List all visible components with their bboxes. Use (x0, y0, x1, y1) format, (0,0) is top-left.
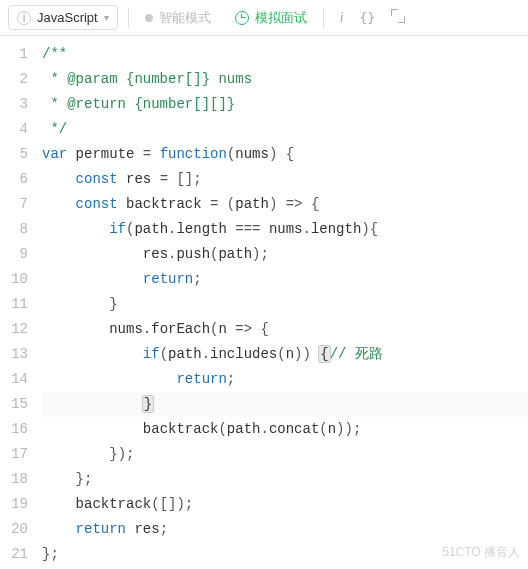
token-punc: ; (50, 546, 58, 562)
line-number: 9 (0, 242, 28, 267)
token-punc: ) (118, 446, 126, 462)
code-line[interactable]: * @return {number[][]} (42, 92, 528, 117)
token-kw: return (76, 521, 126, 537)
editor-toolbar: i JavaScript ▾ 智能模式 模拟面试 i {} (0, 0, 528, 36)
token-plain: path (218, 246, 252, 262)
token-punc: . (260, 421, 268, 437)
braces-button[interactable]: {} (354, 6, 382, 29)
token-punc: ) (336, 421, 344, 437)
line-number: 2 (0, 67, 28, 92)
code-line[interactable]: */ (42, 117, 528, 142)
language-label: JavaScript (37, 10, 98, 25)
token-plain: nums (260, 221, 302, 237)
token-punc: ; (193, 271, 201, 287)
token-plain (218, 196, 226, 212)
line-number: 17 (0, 442, 28, 467)
divider (128, 8, 129, 28)
token-punc: ; (227, 371, 235, 387)
code-line[interactable]: }); (42, 442, 528, 467)
code-content[interactable]: /** * @param {number[]} nums * @return {… (42, 42, 528, 567)
code-line[interactable]: if(path.includes(n)) {// 死路 (42, 342, 528, 367)
token-punc: ( (151, 496, 159, 512)
token-punc: ) (361, 221, 369, 237)
code-line[interactable]: nums.forEach(n => { (42, 317, 528, 342)
code-line[interactable]: backtrack(path.concat(n)); (42, 417, 528, 442)
token-punc: ] (185, 171, 193, 187)
watermark: 51CTO 播音人 (442, 544, 520, 561)
token-punc: ; (160, 521, 168, 537)
token-punc: ; (260, 246, 268, 262)
code-line[interactable]: } (42, 392, 528, 417)
token-kw: var (42, 146, 67, 162)
token-punc: { (260, 321, 268, 337)
token-kw: if (109, 221, 126, 237)
code-line[interactable]: * @param {number[]} nums (42, 67, 528, 92)
line-number: 8 (0, 217, 28, 242)
mock-interview-button[interactable]: 模拟面试 (229, 5, 313, 31)
token-plain: permute (67, 146, 143, 162)
chevron-down-icon: ▾ (104, 12, 109, 23)
code-line[interactable]: const res = []; (42, 167, 528, 192)
expand-button[interactable] (385, 5, 411, 31)
token-punc: . (143, 321, 151, 337)
dot-icon (145, 14, 153, 22)
code-line[interactable]: /** (42, 42, 528, 67)
token-comment: */ (42, 121, 67, 137)
token-punc: . (202, 346, 210, 362)
code-line[interactable]: backtrack([]); (42, 492, 528, 517)
token-plain: length (311, 221, 361, 237)
line-number: 1 (0, 42, 28, 67)
code-line[interactable]: return; (42, 267, 528, 292)
token-punc: { (286, 146, 294, 162)
token-kw: if (143, 346, 160, 362)
code-line[interactable]: res.push(path); (42, 242, 528, 267)
token-punc: } (109, 446, 117, 462)
token-fn: concat (269, 421, 319, 437)
smart-mode-button[interactable]: 智能模式 (139, 5, 217, 31)
token-plain: n (328, 421, 336, 437)
line-number: 7 (0, 192, 28, 217)
language-select[interactable]: i JavaScript ▾ (8, 5, 118, 30)
token-fn: includes (210, 346, 277, 362)
expand-icon (391, 9, 405, 23)
token-plain: res (143, 246, 168, 262)
line-gutter: 123456789101112131415161718192021 (0, 42, 42, 567)
code-line[interactable]: return res; (42, 517, 528, 542)
code-line[interactable]: return; (42, 367, 528, 392)
line-number: 12 (0, 317, 28, 342)
token-plain: n (218, 321, 235, 337)
code-line[interactable]: }; (42, 467, 528, 492)
smart-mode-label: 智能模式 (159, 9, 211, 27)
mock-interview-label: 模拟面试 (255, 9, 307, 27)
code-line[interactable]: var permute = function(nums) { (42, 142, 528, 167)
code-line[interactable]: const backtrack = (path) => { (42, 192, 528, 217)
token-plain (277, 146, 285, 162)
token-punc: ( (277, 346, 285, 362)
info-button[interactable]: i (334, 6, 350, 30)
token-plain: nums (235, 146, 269, 162)
token-plain: path (227, 421, 261, 437)
line-number: 21 (0, 542, 28, 567)
token-plain (303, 196, 311, 212)
line-number: 18 (0, 467, 28, 492)
code-line[interactable]: } (42, 292, 528, 317)
token-op: = (143, 146, 151, 162)
token-punc: ) (303, 346, 311, 362)
token-plain: res (126, 521, 160, 537)
token-punc: ( (160, 346, 168, 362)
token-punc: { (370, 221, 378, 237)
line-number: 19 (0, 492, 28, 517)
divider (323, 8, 324, 28)
token-op: = (160, 171, 168, 187)
info-icon: i (17, 11, 31, 25)
line-number: 16 (0, 417, 28, 442)
line-number: 13 (0, 342, 28, 367)
token-plain: nums (109, 321, 143, 337)
code-line[interactable]: if(path.length === nums.length){ (42, 217, 528, 242)
token-op: => (286, 196, 303, 212)
code-editor[interactable]: 123456789101112131415161718192021 /** * … (0, 36, 528, 567)
line-number: 3 (0, 92, 28, 117)
line-number: 11 (0, 292, 28, 317)
token-plain (277, 196, 285, 212)
line-number: 5 (0, 142, 28, 167)
